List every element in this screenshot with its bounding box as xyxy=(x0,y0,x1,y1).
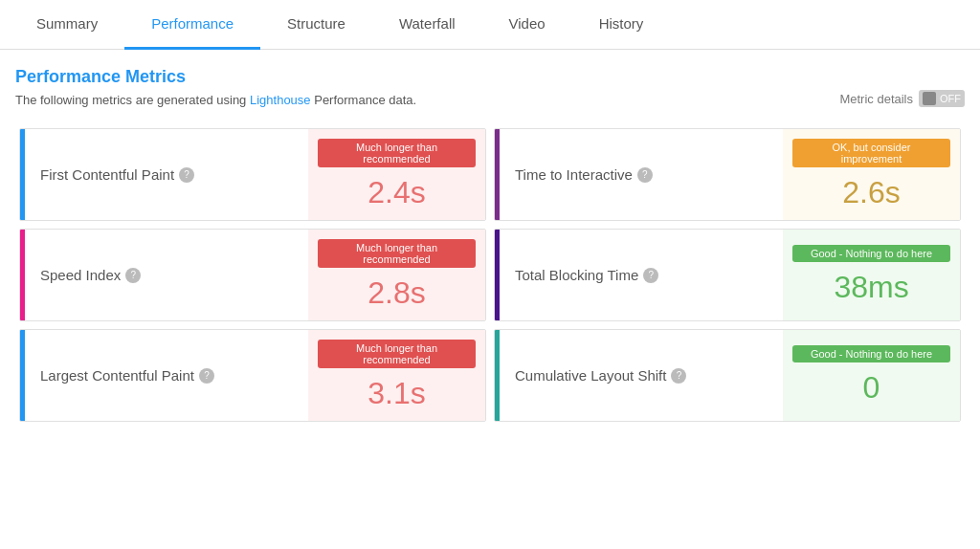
metric-value-area-tti: OK, but consider improvement2.6s xyxy=(783,129,960,220)
metric-card-tbt: Total Blocking Time ?Good - Nothing to d… xyxy=(494,229,961,321)
metric-value-tti: 2.6s xyxy=(842,175,900,210)
help-icon-lcp[interactable]: ? xyxy=(199,368,214,384)
metric-name-cls: Cumulative Layout Shift ? xyxy=(515,367,768,384)
help-icon-tbt[interactable]: ? xyxy=(643,268,658,283)
metric-badge-cls: Good - Nothing to do here xyxy=(792,345,950,362)
metric-label-area-si: Speed Index ? xyxy=(25,230,308,320)
metric-label-area-tbt: Total Blocking Time ? xyxy=(500,230,783,320)
metric-toggle-area: Metric details OFF xyxy=(839,90,965,107)
metric-name-lcp: Largest Contentful Paint ? xyxy=(40,367,293,384)
tab-video[interactable]: Video xyxy=(482,0,572,50)
toggle-switch[interactable]: OFF xyxy=(919,90,965,107)
metric-card-tti: Time to Interactive ?OK, but consider im… xyxy=(494,128,961,221)
help-icon-tti[interactable]: ? xyxy=(637,167,653,183)
metric-value-si: 2.8s xyxy=(368,275,425,311)
metric-name-tbt: Total Blocking Time ? xyxy=(515,267,768,283)
metric-details-label: Metric details xyxy=(839,92,913,106)
metric-card-si: Speed Index ?Much longer than recommende… xyxy=(19,229,486,321)
tab-waterfall[interactable]: Waterfall xyxy=(372,0,482,50)
metric-label-area-lcp: Largest Contentful Paint ? xyxy=(25,330,308,421)
help-icon-fcp[interactable]: ? xyxy=(179,167,194,183)
metric-value-area-lcp: Much longer than recommended3.1s xyxy=(308,330,485,421)
metric-name-tti: Time to Interactive ? xyxy=(515,166,768,183)
metric-value-area-fcp: Much longer than recommended2.4s xyxy=(308,129,485,220)
metrics-grid: First Contentful Paint ?Much longer than… xyxy=(15,124,965,426)
toggle-box xyxy=(923,92,936,105)
section-description: The following metrics are generated usin… xyxy=(15,93,965,107)
tab-history[interactable]: History xyxy=(572,0,671,50)
help-icon-cls[interactable]: ? xyxy=(671,368,686,384)
metric-value-lcp: 3.1s xyxy=(368,376,425,411)
metric-badge-tti: OK, but consider improvement xyxy=(792,139,950,167)
metric-value-tbt: 38ms xyxy=(834,270,908,305)
metric-value-area-cls: Good - Nothing to do here0 xyxy=(783,330,960,421)
metric-card-cls: Cumulative Layout Shift ?Good - Nothing … xyxy=(494,329,961,422)
metric-badge-tbt: Good - Nothing to do here xyxy=(792,245,950,262)
metric-name-si: Speed Index ? xyxy=(40,267,293,283)
metric-name-fcp: First Contentful Paint ? xyxy=(40,166,293,183)
metric-label-area-tti: Time to Interactive ? xyxy=(500,129,783,220)
metric-card-fcp: First Contentful Paint ?Much longer than… xyxy=(19,128,486,221)
toggle-label: OFF xyxy=(940,93,961,104)
section-title: Performance Metrics xyxy=(15,67,965,87)
metric-value-fcp: 2.4s xyxy=(368,175,425,210)
tab-performance[interactable]: Performance xyxy=(124,0,260,50)
metric-badge-si: Much longer than recommended xyxy=(318,239,476,268)
tabs-bar: SummaryPerformanceStructureWaterfallVide… xyxy=(0,0,980,50)
main-content: Performance Metrics The following metric… xyxy=(0,50,980,443)
metric-label-area-cls: Cumulative Layout Shift ? xyxy=(500,330,783,421)
tab-structure[interactable]: Structure xyxy=(260,0,372,50)
metric-value-area-tbt: Good - Nothing to do here38ms xyxy=(783,230,960,320)
metric-value-area-si: Much longer than recommended2.8s xyxy=(308,230,485,320)
metric-card-lcp: Largest Contentful Paint ?Much longer th… xyxy=(19,329,486,422)
metric-badge-fcp: Much longer than recommended xyxy=(318,139,476,167)
metric-value-cls: 0 xyxy=(863,370,880,406)
lighthouse-link[interactable]: Lighthouse xyxy=(250,93,311,107)
tab-summary[interactable]: Summary xyxy=(10,0,124,50)
metric-label-area-fcp: First Contentful Paint ? xyxy=(25,129,308,220)
metric-badge-lcp: Much longer than recommended xyxy=(318,340,476,368)
help-icon-si[interactable]: ? xyxy=(125,268,141,283)
